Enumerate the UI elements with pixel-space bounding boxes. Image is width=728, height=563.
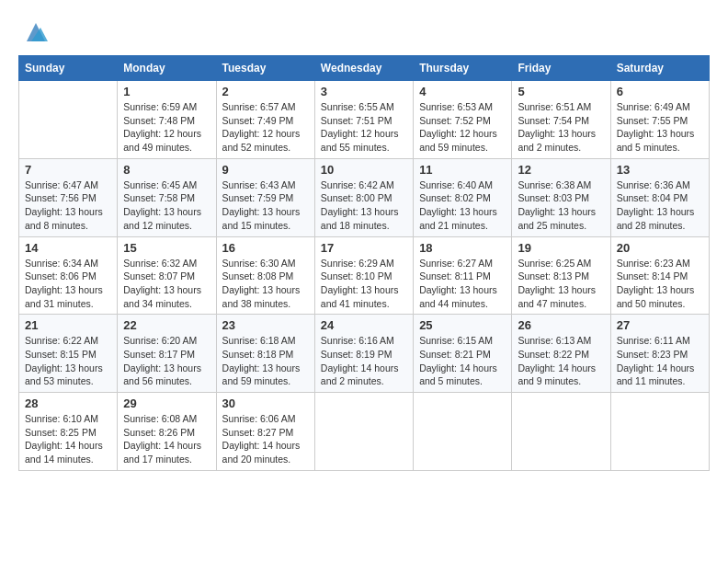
day-info: Sunrise: 6:32 AMSunset: 8:07 PMDaylight:… — [123, 257, 210, 311]
day-cell: 22Sunrise: 6:20 AMSunset: 8:17 PMDayligh… — [118, 315, 216, 393]
day-info: Sunrise: 6:42 AMSunset: 8:00 PMDaylight:… — [321, 178, 407, 233]
day-cell: 10Sunrise: 6:42 AMSunset: 8:00 PMDayligh… — [314, 158, 413, 236]
day-number: 29 — [123, 396, 210, 410]
day-info: Sunrise: 6:08 AMSunset: 8:26 PMDaylight:… — [123, 412, 210, 466]
week-row-4: 21Sunrise: 6:22 AMSunset: 8:15 PMDayligh… — [19, 315, 710, 393]
day-info: Sunrise: 6:45 AMSunset: 7:58 PMDaylight:… — [123, 178, 210, 233]
header-row: SundayMondayTuesdayWednesdayThursdayFrid… — [19, 56, 710, 81]
day-number: 25 — [419, 318, 506, 332]
day-info: Sunrise: 6:55 AMSunset: 7:51 PMDaylight:… — [321, 100, 407, 155]
logo — [18, 18, 50, 46]
day-cell: 8Sunrise: 6:45 AMSunset: 7:58 PMDaylight… — [118, 158, 216, 236]
day-cell — [414, 393, 512, 471]
day-number: 10 — [321, 163, 407, 177]
day-info: Sunrise: 6:53 AMSunset: 7:52 PMDaylight:… — [419, 100, 506, 155]
day-cell: 2Sunrise: 6:57 AMSunset: 7:49 PMDaylight… — [216, 81, 314, 159]
logo-icon — [22, 18, 50, 46]
day-cell: 20Sunrise: 6:23 AMSunset: 8:14 PMDayligh… — [610, 236, 709, 315]
day-cell: 14Sunrise: 6:34 AMSunset: 8:06 PMDayligh… — [19, 236, 118, 315]
day-number: 8 — [123, 163, 210, 177]
column-header-sunday: Sunday — [19, 56, 118, 81]
day-cell: 24Sunrise: 6:16 AMSunset: 8:19 PMDayligh… — [314, 315, 413, 393]
week-row-3: 14Sunrise: 6:34 AMSunset: 8:06 PMDayligh… — [19, 236, 710, 315]
day-info: Sunrise: 6:10 AMSunset: 8:25 PMDaylight:… — [25, 412, 111, 466]
day-number: 16 — [222, 241, 309, 255]
day-info: Sunrise: 6:30 AMSunset: 8:08 PMDaylight:… — [222, 257, 309, 311]
day-info: Sunrise: 6:25 AMSunset: 8:13 PMDaylight:… — [518, 257, 604, 311]
day-info: Sunrise: 6:34 AMSunset: 8:06 PMDaylight:… — [25, 257, 111, 311]
day-info: Sunrise: 6:38 AMSunset: 8:03 PMDaylight:… — [518, 178, 604, 233]
day-cell: 23Sunrise: 6:18 AMSunset: 8:18 PMDayligh… — [216, 315, 314, 393]
day-cell: 3Sunrise: 6:55 AMSunset: 7:51 PMDaylight… — [314, 81, 413, 159]
calendar-body: 1Sunrise: 6:59 AMSunset: 7:48 PMDaylight… — [19, 81, 710, 471]
day-info: Sunrise: 6:29 AMSunset: 8:10 PMDaylight:… — [321, 257, 407, 311]
column-header-monday: Monday — [118, 56, 216, 81]
day-cell: 16Sunrise: 6:30 AMSunset: 8:08 PMDayligh… — [216, 236, 314, 315]
calendar-table: SundayMondayTuesdayWednesdayThursdayFrid… — [18, 55, 710, 471]
day-number: 22 — [123, 318, 210, 332]
day-cell: 4Sunrise: 6:53 AMSunset: 7:52 PMDaylight… — [414, 81, 512, 159]
day-cell: 6Sunrise: 6:49 AMSunset: 7:55 PMDaylight… — [610, 81, 709, 159]
day-info: Sunrise: 6:40 AMSunset: 8:02 PMDaylight:… — [419, 178, 506, 233]
column-header-saturday: Saturday — [610, 56, 709, 81]
day-cell — [512, 393, 610, 471]
day-info: Sunrise: 6:13 AMSunset: 8:22 PMDaylight:… — [518, 334, 604, 388]
day-number: 14 — [25, 241, 111, 255]
day-cell: 28Sunrise: 6:10 AMSunset: 8:25 PMDayligh… — [19, 393, 118, 471]
column-header-wednesday: Wednesday — [314, 56, 413, 81]
day-number: 20 — [617, 241, 703, 255]
day-info: Sunrise: 6:16 AMSunset: 8:19 PMDaylight:… — [321, 334, 407, 388]
day-number: 6 — [617, 85, 703, 98]
day-info: Sunrise: 6:36 AMSunset: 8:04 PMDaylight:… — [617, 178, 703, 233]
column-header-friday: Friday — [512, 56, 610, 81]
day-number: 28 — [25, 396, 111, 410]
day-info: Sunrise: 6:20 AMSunset: 8:17 PMDaylight:… — [123, 334, 210, 388]
day-cell — [610, 393, 709, 471]
day-cell: 26Sunrise: 6:13 AMSunset: 8:22 PMDayligh… — [512, 315, 610, 393]
day-number: 13 — [617, 163, 703, 177]
day-number: 7 — [25, 163, 111, 177]
column-header-thursday: Thursday — [414, 56, 512, 81]
day-info: Sunrise: 6:27 AMSunset: 8:11 PMDaylight:… — [419, 257, 506, 311]
day-number: 15 — [123, 241, 210, 255]
day-cell: 25Sunrise: 6:15 AMSunset: 8:21 PMDayligh… — [414, 315, 512, 393]
day-cell: 12Sunrise: 6:38 AMSunset: 8:03 PMDayligh… — [512, 158, 610, 236]
day-info: Sunrise: 6:47 AMSunset: 7:56 PMDaylight:… — [25, 178, 111, 233]
day-number: 23 — [222, 318, 309, 332]
day-cell: 17Sunrise: 6:29 AMSunset: 8:10 PMDayligh… — [314, 236, 413, 315]
day-number: 30 — [222, 396, 309, 410]
day-number: 26 — [518, 318, 604, 332]
day-cell: 9Sunrise: 6:43 AMSunset: 7:59 PMDaylight… — [216, 158, 314, 236]
day-cell: 19Sunrise: 6:25 AMSunset: 8:13 PMDayligh… — [512, 236, 610, 315]
day-info: Sunrise: 6:18 AMSunset: 8:18 PMDaylight:… — [222, 334, 309, 388]
day-cell — [19, 81, 118, 159]
day-cell: 21Sunrise: 6:22 AMSunset: 8:15 PMDayligh… — [19, 315, 118, 393]
day-info: Sunrise: 6:49 AMSunset: 7:55 PMDaylight:… — [617, 100, 703, 155]
day-cell: 15Sunrise: 6:32 AMSunset: 8:07 PMDayligh… — [118, 236, 216, 315]
day-info: Sunrise: 6:11 AMSunset: 8:23 PMDaylight:… — [617, 334, 703, 388]
day-cell — [314, 393, 413, 471]
day-cell: 11Sunrise: 6:40 AMSunset: 8:02 PMDayligh… — [414, 158, 512, 236]
day-info: Sunrise: 6:06 AMSunset: 8:27 PMDaylight:… — [222, 412, 309, 466]
week-row-2: 7Sunrise: 6:47 AMSunset: 7:56 PMDaylight… — [19, 158, 710, 236]
calendar-header: SundayMondayTuesdayWednesdayThursdayFrid… — [19, 56, 710, 81]
day-number: 27 — [617, 318, 703, 332]
day-cell: 29Sunrise: 6:08 AMSunset: 8:26 PMDayligh… — [118, 393, 216, 471]
day-number: 4 — [419, 85, 506, 98]
week-row-1: 1Sunrise: 6:59 AMSunset: 7:48 PMDaylight… — [19, 81, 710, 159]
day-cell: 13Sunrise: 6:36 AMSunset: 8:04 PMDayligh… — [610, 158, 709, 236]
day-number: 5 — [518, 85, 604, 98]
day-cell: 7Sunrise: 6:47 AMSunset: 7:56 PMDaylight… — [19, 158, 118, 236]
week-row-5: 28Sunrise: 6:10 AMSunset: 8:25 PMDayligh… — [19, 393, 710, 471]
day-number: 17 — [321, 241, 407, 255]
day-number: 12 — [518, 163, 604, 177]
column-header-tuesday: Tuesday — [216, 56, 314, 81]
day-number: 9 — [222, 163, 309, 177]
day-info: Sunrise: 6:43 AMSunset: 7:59 PMDaylight:… — [222, 178, 309, 233]
day-number: 24 — [321, 318, 407, 332]
day-cell: 27Sunrise: 6:11 AMSunset: 8:23 PMDayligh… — [610, 315, 709, 393]
day-info: Sunrise: 6:59 AMSunset: 7:48 PMDaylight:… — [123, 100, 210, 155]
day-number: 19 — [518, 241, 604, 255]
day-cell: 30Sunrise: 6:06 AMSunset: 8:27 PMDayligh… — [216, 393, 314, 471]
day-cell: 18Sunrise: 6:27 AMSunset: 8:11 PMDayligh… — [414, 236, 512, 315]
